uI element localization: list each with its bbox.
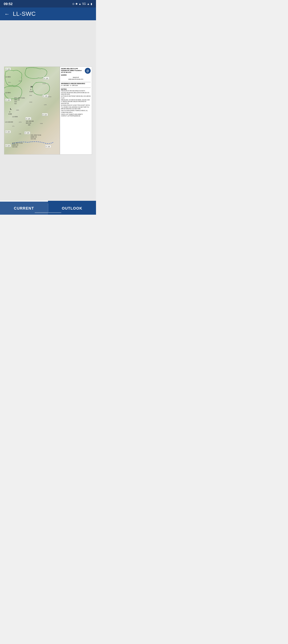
svg-text:EMBD CB: EMBD CB bbox=[31, 136, 37, 138]
svg-text:005: 005 bbox=[28, 124, 30, 126]
svg-text:0°: 100: 0°: 100 bbox=[6, 131, 10, 133]
svg-text:ISOL 3000 TS RA: ISOL 3000 TS RA bbox=[31, 135, 41, 136]
app-bar: ← LL-SWC bbox=[0, 7, 96, 20]
bluetooth-icon: ✱ bbox=[75, 2, 78, 5]
svg-text:0°: 120: 0°: 120 bbox=[6, 145, 10, 147]
svg-text:HEPKK: HEPKK bbox=[48, 96, 51, 97]
svg-text:EDDL: EDDL bbox=[29, 95, 32, 96]
svg-text:1008: 1008 bbox=[8, 113, 12, 115]
svg-text:LCA BKN: LCA BKN bbox=[5, 92, 11, 93]
svg-text:VAL 2000 BR: VAL 2000 BR bbox=[26, 121, 34, 122]
svg-text:415: 415 bbox=[14, 103, 17, 104]
svg-text:LFML: LFML bbox=[19, 133, 22, 135]
svg-text:ISOL 3000 TS RA: ISOL 3000 TS RA bbox=[12, 143, 23, 144]
svg-text:⊙: ⊙ bbox=[9, 111, 10, 113]
chart-title-text: SIGWX BELOW FL245ISSUED BY MWO Frankfurt… bbox=[61, 68, 82, 74]
svg-text:ISOL 3000 TS RA: ISOL 3000 TS RA bbox=[14, 97, 25, 99]
svg-text:EDDE: EDDE bbox=[29, 101, 32, 103]
svg-text:XXX 020: XXX 020 bbox=[12, 146, 18, 148]
svg-text:0°: 145: 0°: 145 bbox=[25, 132, 29, 134]
tab-current-label: CURRENT bbox=[14, 206, 34, 210]
notes-section-title: NOTES bbox=[61, 88, 91, 90]
svg-text:EDDH: EDDH bbox=[19, 80, 22, 82]
wifi-icon: ⊙ bbox=[72, 2, 74, 5]
svg-text:BKN 030: BKN 030 bbox=[26, 123, 31, 124]
signal-icon: ▲ bbox=[87, 2, 90, 5]
map-overlay: L ⊙ 1008 H ⊙ 1016 0°: 130 0°: 105 0°: 10… bbox=[4, 67, 60, 154]
svg-text:L: L bbox=[10, 107, 12, 110]
dwd-swirl-icon: @ bbox=[86, 69, 89, 72]
svg-text:H: H bbox=[31, 85, 33, 88]
legend-title: SIGWX BELOW FL245ISSUED BY MWO Frankfurt… bbox=[61, 68, 82, 76]
svg-text:LFPG: LFPG bbox=[19, 121, 21, 123]
svg-text:0°: 135: 0°: 135 bbox=[46, 146, 50, 147]
chart-legend: SIGWX BELOW FL245ISSUED BY MWO Frankfurt… bbox=[60, 67, 92, 154]
warnings-text: ☑ ∿SFC/060 ☑ ∿SFC/120 bbox=[61, 85, 91, 87]
svg-text:1016: 1016 bbox=[29, 91, 33, 92]
svg-text:XXX 030: XXX 030 bbox=[31, 138, 36, 140]
chart-id: QGDB40 bbox=[61, 74, 82, 76]
svg-text:0°: 130: 0°: 130 bbox=[6, 69, 10, 70]
svg-text:EGLL: EGLL bbox=[8, 82, 11, 83]
status-bar: 09:52 ⊙ ✱ ▲ 5G ▲ ▮ bbox=[0, 0, 96, 7]
svg-text:0°: 125: 0°: 125 bbox=[44, 78, 48, 79]
battery-icon: ▮ bbox=[91, 2, 92, 5]
svg-text:LKPR: LKPR bbox=[44, 104, 47, 105]
svg-text:ESGG: ESGG bbox=[43, 83, 46, 84]
svg-text:⊙: ⊙ bbox=[30, 89, 31, 90]
status-time: 09:52 bbox=[4, 2, 13, 6]
page-title: LL-SWC bbox=[13, 10, 36, 17]
svg-text:LCA BKN: LCA BKN bbox=[5, 76, 11, 78]
valid-at: VALID AT2022-06-23 10:00 UTC bbox=[61, 77, 91, 81]
weather-chart: L ⊙ 1008 H ⊙ 1016 0°: 130 0°: 105 0°: 10… bbox=[4, 66, 92, 155]
svg-text:0°: 105: 0°: 105 bbox=[6, 100, 10, 101]
svg-text:LCA BKN: LCA BKN bbox=[12, 116, 18, 117]
status-icons: ⊙ ✱ ▲ 5G ▲ ▮ bbox=[72, 2, 92, 5]
svg-text:LCA 2000 BR: LCA 2000 BR bbox=[5, 121, 13, 123]
svg-text:0°: 125: 0°: 125 bbox=[26, 118, 30, 120]
svg-text:ISOL-CB: ISOL-CB bbox=[14, 99, 20, 101]
svg-text:EMBD CB: EMBD CB bbox=[12, 144, 18, 146]
warnings-section-title: WARNINGS AND/OR REMARKS bbox=[61, 82, 91, 84]
svg-text:XXX: XXX bbox=[14, 101, 17, 103]
svg-text:LFLL: LFLL bbox=[12, 125, 15, 127]
main-content: L ⊙ 1008 H ⊙ 1016 0°: 130 0°: 105 0°: 10… bbox=[0, 20, 96, 201]
svg-text:LDZA: LDZA bbox=[40, 123, 43, 124]
network-5g-icon: 5G bbox=[82, 2, 86, 5]
svg-text:0°: 115: 0°: 115 bbox=[43, 114, 47, 116]
tab-outlook-label: OUTLOOK bbox=[62, 206, 82, 210]
location-icon: ▲ bbox=[79, 2, 81, 5]
svg-text:0°: 105: 0°: 105 bbox=[43, 96, 47, 97]
legend-header: SIGWX BELOW FL245ISSUED BY MWO Frankfurt… bbox=[61, 68, 91, 76]
chart-map: L ⊙ 1008 H ⊙ 1016 0°: 130 0°: 105 0°: 10… bbox=[4, 67, 60, 154]
back-button[interactable]: ← bbox=[4, 11, 10, 17]
dwd-logo: @ bbox=[85, 68, 91, 74]
svg-text:EBBR: EBBR bbox=[16, 109, 19, 111]
notes-text: PRESSURE IN HPA AND SPEED IN KNOTS VIS I… bbox=[61, 90, 91, 117]
nav-indicator bbox=[35, 212, 61, 213]
